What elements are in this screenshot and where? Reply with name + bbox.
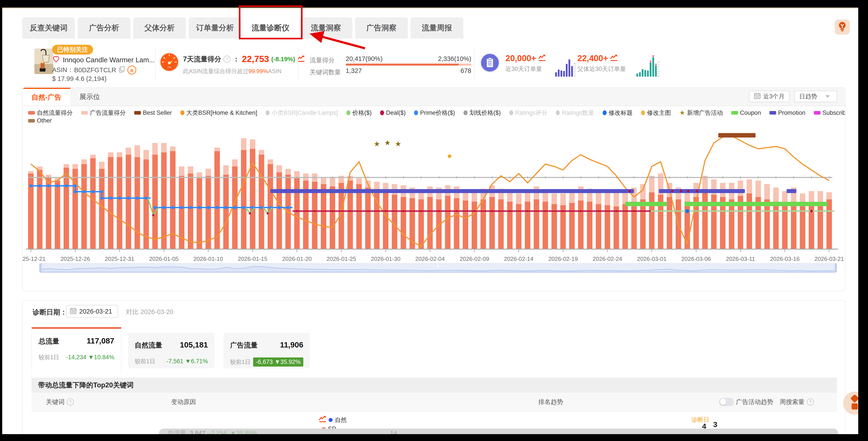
trend-chart-icon[interactable] — [610, 54, 618, 63]
legend-label: 大类BSR[Home & Kitchen] — [186, 109, 257, 117]
pill-metric-pct: ▼35.89% — [230, 430, 257, 434]
legend-item[interactable]: Coupon — [731, 109, 761, 116]
trend-chart-icon[interactable] — [538, 54, 546, 63]
stat-sub-label: 较前1日 — [39, 353, 59, 361]
legend-item[interactable]: Promotion — [770, 109, 805, 116]
chart-legend-row1: 自然流量得分广告流量得分Best Seller大类BSR[Home & Kitc… — [28, 109, 845, 117]
legend-item[interactable]: Other — [28, 117, 52, 124]
chart-tab-placement[interactable]: 展示位 — [70, 88, 109, 106]
orders-clipboard-icon — [479, 52, 501, 73]
stat-card-2[interactable]: 广告流量11,906较前1日-6,673 ▼35.92% — [223, 333, 310, 368]
favorite-heart-icon[interactable] — [52, 56, 60, 65]
divider — [298, 47, 298, 80]
legend-item[interactable]: Deal($) — [380, 109, 406, 116]
stat-value: 11,906 — [280, 340, 303, 349]
nav-tab-6[interactable]: 广告洞察 — [355, 17, 408, 39]
score-gauge-icon: 234 — [159, 52, 180, 73]
legend-item[interactable]: Subscribe — [814, 109, 845, 116]
star-icon: ★ — [679, 110, 685, 115]
spark-bar — [647, 70, 649, 77]
x-axis-label: 2026-01-10 — [193, 256, 223, 262]
nav-tab-3[interactable]: 订单量分析 — [189, 17, 241, 39]
floating-shortcut-button[interactable] — [843, 392, 858, 415]
legend-marker — [180, 110, 184, 115]
nav-tab-1[interactable]: 广告分析 — [78, 17, 130, 39]
date-range-button[interactable]: 近3个月 — [749, 91, 789, 102]
legend-item[interactable]: 小类BSR[Candle Lamps] — [266, 109, 338, 117]
spark-bar — [568, 59, 570, 77]
divider — [155, 47, 156, 80]
legend-item[interactable]: 广告流量得分 — [81, 109, 126, 117]
stat-card-0[interactable]: 总流量117,087较前1日-14,234 ▼10.84% — [32, 327, 121, 374]
legend-item[interactable]: Best Seller — [134, 109, 172, 116]
main-chart-plot[interactable]: 西柚找词★★★ — [26, 128, 838, 255]
legend-marker — [346, 110, 350, 115]
x-axis-label: 2026-02-04 — [415, 256, 445, 262]
legend-marker — [770, 111, 776, 114]
help-icon[interactable]: ? — [807, 399, 814, 406]
legend-item[interactable]: 修改主图 — [641, 109, 671, 117]
amazon-link-icon[interactable]: a — [127, 66, 136, 74]
product-thumbnail[interactable] — [34, 48, 53, 74]
x-axis-label: 2026-03-11 — [726, 256, 755, 262]
legend-item[interactable]: 划线价格($) — [464, 109, 501, 117]
legend-label: 修改主图 — [647, 109, 671, 117]
legend-marker — [266, 110, 270, 115]
traffic-score-right: 2,336(10%) — [438, 55, 471, 63]
legend-item[interactable]: 价格($) — [346, 109, 372, 117]
parent-orders-value: 22,400+ — [577, 54, 608, 63]
x-axis-label: 2026-01-20 — [282, 256, 312, 262]
score-7d-delta: (-8.19%) — [271, 56, 295, 63]
stat-card-1[interactable]: 自然流量105,181较前1日-7,561 ▼6.71% — [128, 333, 215, 368]
legend-marker — [814, 111, 820, 114]
legend-item[interactable]: 自然流量得分 — [28, 109, 73, 117]
legend-item[interactable]: 大类BSR[Home & Kitchen] — [180, 109, 257, 117]
trend-granularity-select[interactable]: 日趋势 — [794, 91, 837, 102]
score-7d-label: 7天流量得分 — [183, 55, 221, 64]
row-legend-natural: 自然 — [319, 416, 347, 424]
chart-zoom-brush[interactable] — [39, 263, 837, 273]
nav-tab-0[interactable]: 反查关键词 — [22, 17, 75, 39]
lightbulb-button[interactable] — [835, 20, 850, 35]
nav-tab-5[interactable]: 流量洞察 — [300, 17, 352, 39]
legend-item[interactable]: 修改标题 — [602, 109, 632, 117]
chart-x-axis-labels: 2025-12-212025-12-262025-12-312026-01-05… — [26, 256, 838, 262]
change-text: -14,234 ▼10.84% — [66, 354, 114, 361]
help-icon[interactable]: ? — [223, 56, 230, 63]
chart-tab-natural-ad[interactable]: 自然-广告 — [23, 88, 70, 106]
legend-label: Ratings数量 — [562, 109, 594, 117]
calendar-icon — [70, 307, 76, 315]
legend-item[interactable]: Ratings数量 — [556, 109, 594, 117]
legend-marker — [28, 111, 35, 114]
special-follow-badge: 已特别关注 — [52, 45, 93, 55]
nav-tab-7[interactable]: 流量周报 — [410, 17, 463, 39]
legend-item[interactable]: Ratings评分 — [509, 109, 548, 117]
legend-item[interactable]: Prime价格($) — [414, 109, 455, 117]
table-column-2: 排名趋势 — [538, 393, 563, 411]
lightbulb-icon — [837, 21, 847, 33]
x-axis-label: 2026-03-16 — [770, 256, 800, 262]
product-title[interactable]: Innqoo Candle Warmer Lam... — [63, 56, 155, 64]
orders-30d-label: 近30天订单量 — [505, 65, 546, 73]
legend-marker — [380, 110, 384, 115]
nav-tab-4[interactable]: 流量诊断仪 — [244, 17, 297, 39]
help-icon[interactable]: ? — [67, 399, 74, 406]
diagnosis-date-label: 诊断日期： — [33, 308, 67, 317]
legend-label: 广告流量得分 — [90, 109, 126, 117]
legend-label: 修改标题 — [609, 109, 632, 117]
traffic-split-bar — [346, 64, 471, 66]
legend-item[interactable]: ★新增广告活动 — [679, 109, 723, 117]
diagnosis-date-picker[interactable]: 2026-03-21 — [66, 305, 118, 318]
svg-text:★: ★ — [374, 140, 380, 148]
pill-metric-name: 总流量 — [167, 429, 186, 434]
asin-label: ASIN： — [52, 66, 74, 74]
page-root: 反查关键词广告分析父体分析订单量分析流量诊断仪流量洞察广告洞察流量周报 已特别关… — [0, 0, 868, 441]
legend-marker — [602, 110, 607, 115]
change-badge: -6,673 ▼35.92% — [253, 358, 303, 367]
campaign-trend-toggle[interactable] — [719, 398, 734, 406]
nav-tab-2[interactable]: 父体分析 — [133, 17, 186, 39]
copy-icon[interactable] — [119, 66, 125, 74]
x-axis-label: 2026-03-01 — [637, 256, 666, 262]
x-axis-label: 2026-03-21 — [814, 256, 844, 262]
trend-chart-icon[interactable] — [297, 56, 305, 63]
